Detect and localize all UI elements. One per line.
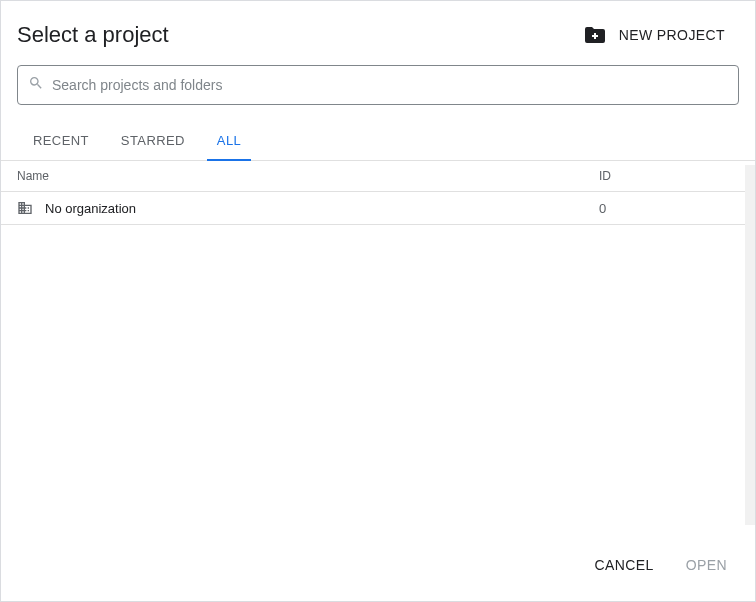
cancel-button[interactable]: CANCEL [583,549,666,581]
tab-recent[interactable]: RECENT [17,123,105,160]
search-box[interactable] [17,65,739,105]
new-project-label: NEW PROJECT [619,27,725,43]
dialog-title: Select a project [17,22,169,48]
row-id-cell: 0 [599,201,739,216]
tab-all[interactable]: ALL [201,123,257,160]
table-row[interactable]: No organization 0 [1,192,755,225]
dialog-footer: CANCEL OPEN [1,533,755,601]
row-name-cell: No organization [17,200,599,216]
new-project-button[interactable]: NEW PROJECT [579,21,739,49]
svg-rect-1 [592,35,598,37]
open-button[interactable]: OPEN [674,549,739,581]
row-name-text: No organization [45,201,136,216]
project-picker-dialog: Select a project NEW PROJECT RECENT S [0,0,756,602]
tabs: RECENT STARRED ALL [1,123,755,161]
table-body: No organization 0 [1,192,755,533]
search-icon [28,75,44,95]
scrollbar[interactable] [745,165,755,525]
dialog-header: Select a project NEW PROJECT [1,1,755,65]
new-folder-icon [585,27,605,43]
search-input[interactable] [52,77,728,93]
column-header-name: Name [17,169,599,183]
organization-icon [17,200,33,216]
table-header: Name ID [1,161,755,192]
tab-starred[interactable]: STARRED [105,123,201,160]
column-header-id: ID [599,169,739,183]
search-container [1,65,755,105]
